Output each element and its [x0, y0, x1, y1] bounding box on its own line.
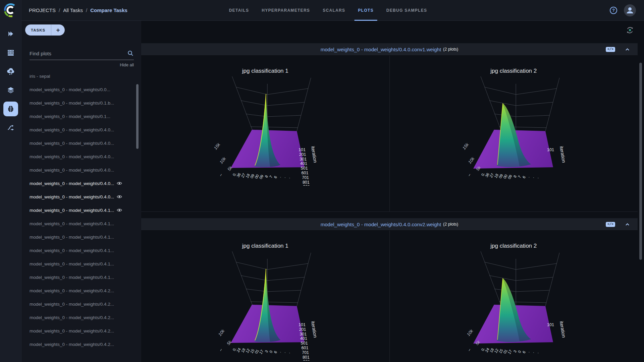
- svg-text:iteration: iteration: [559, 321, 567, 338]
- svg-text:01: 01: [502, 349, 508, 354]
- plot-sections: model_weights_0 - model_weights/0.4.0.co…: [141, 39, 644, 362]
- tab-plots[interactable]: PLOTS: [352, 0, 380, 21]
- plot-list-item-label: model_weights_0 - model_weights/0.4.2...: [30, 328, 114, 334]
- plot-list-item-label: model_weights_0 - model_weights/0.4.0...: [30, 127, 114, 132]
- plot-list-item[interactable]: model_weights_0 - model_weights/0.4.1...: [21, 270, 141, 284]
- experiments-brain-icon[interactable]: [3, 102, 18, 116]
- svg-text:7: 7: [517, 175, 522, 179]
- collapse-section-icon[interactable]: [625, 47, 630, 52]
- plot-list-item[interactable]: iris - sepal: [21, 69, 141, 83]
- svg-text:301: 301: [300, 157, 307, 162]
- tab-scalars[interactable]: SCALARS: [316, 0, 352, 21]
- plot-section: model_weights_0 - model_weights/0.4.0.co…: [141, 218, 638, 362]
- plot-section-header[interactable]: model_weights_0 - model_weights/0.4.0.co…: [141, 218, 638, 231]
- main-scrollbar[interactable]: [639, 63, 642, 260]
- left-panel-scrollbar[interactable]: [136, 84, 139, 149]
- plot-section-title: model_weights_0 - model_weights/0.4.0.co…: [321, 222, 441, 227]
- plot-list-item[interactable]: model_weights_0 - model_weights/0.4.0...: [21, 136, 141, 150]
- 3d-surface-plot[interactable]: 15k10k5k101iteration–0.362718090009876··…: [390, 74, 637, 186]
- plots-toolbar: [141, 21, 644, 39]
- tab-details[interactable]: DETAILS: [223, 0, 256, 21]
- svg-text:·: ·: [536, 351, 540, 355]
- tasks-button[interactable]: TASKS: [25, 24, 51, 36]
- pipelines-icon[interactable]: [3, 120, 18, 135]
- auto-refresh-icon[interactable]: [626, 26, 634, 35]
- plot-list-item[interactable]: model_weights_0 - model_weights/0.4.0...: [21, 190, 141, 203]
- plot-list-item-label: model_weights_0 - model_weights/0.1.b...: [30, 101, 114, 106]
- plot-list-item[interactable]: model_weights_0 - model_weights/0.4.0...: [21, 163, 141, 177]
- plot-list-item[interactable]: model_weights_0 - model_weights/0.4.1...: [21, 244, 141, 257]
- svg-text:401: 401: [300, 336, 307, 341]
- svg-text:·: ·: [527, 351, 531, 354]
- svg-text:09: 09: [250, 173, 255, 179]
- svg-text:601: 601: [302, 346, 309, 350]
- plot-list-item-label: model_weights_0 - model_weights/0.4.0...: [30, 141, 114, 146]
- plot-list-item[interactable]: model_weights_0 - model_weights/0.4.0...: [21, 150, 141, 163]
- add-task-button[interactable]: +: [51, 24, 65, 36]
- plot-list-item[interactable]: model_weights_0 - model_weights/0.4.1...: [21, 230, 141, 244]
- plot-title: jpg classification 1: [141, 68, 389, 74]
- collapse-section-icon[interactable]: [625, 222, 630, 227]
- svg-text:901: 901: [303, 359, 310, 361]
- svg-text:–: –: [467, 173, 472, 177]
- plot-list-item[interactable]: model_weights_0 - model_weights/0.4.0...: [21, 177, 141, 190]
- find-plots-input[interactable]: [30, 51, 134, 56]
- 3d-surface-plot[interactable]: 10k5k1012013014015016017018019011001iter…: [142, 249, 389, 361]
- breadcrumb-projects[interactable]: PROJECTS: [29, 7, 56, 13]
- breadcrumb-compare-tasks: Compare Tasks: [90, 7, 127, 13]
- plot-list-item[interactable]: model_weights_0 - model_weights/0.4.1...: [21, 257, 141, 270]
- plot-list-item[interactable]: model_weights_0 - model_weights/0.1.b...: [21, 96, 141, 110]
- tab-hyperparameters[interactable]: HYPERPARAMETERS: [255, 0, 316, 21]
- svg-text:·: ·: [283, 176, 287, 179]
- plot-list-item[interactable]: model_weights_0 - model_weights/0.4.2...: [21, 284, 141, 297]
- tab-debug-samples[interactable]: DEBUG SAMPLES: [380, 0, 434, 21]
- user-avatar[interactable]: [624, 4, 636, 16]
- cloud-autoscaler-icon[interactable]: [3, 64, 18, 79]
- plot-section-count: (2 plots): [443, 222, 458, 227]
- plot-list-item[interactable]: model_weights_0 - model_weights/0.4.2...: [21, 324, 141, 338]
- search-icon[interactable]: [127, 50, 134, 58]
- find-plots-row: [30, 51, 134, 60]
- plot-list-item-label: model_weights_0 - model_weights/0.4.0...: [30, 194, 114, 199]
- svg-text:–: –: [218, 348, 223, 352]
- 3d-surface-plot[interactable]: 10k5k101iteration–0.241812150117306···: [390, 249, 637, 361]
- plot-section-header[interactable]: model_weights_0 - model_weights/0.4.0.co…: [141, 43, 638, 56]
- svg-text:15k: 15k: [213, 141, 222, 150]
- plot-list-item[interactable]: model_weights_0 - model_weights/0.4.2...: [21, 338, 141, 351]
- workers-queues-icon[interactable]: [3, 45, 18, 60]
- 3d-surface-plot[interactable]: 15k10k5k1012013014015016017018019011001i…: [142, 74, 389, 186]
- plot-panel: jpg classification 110k5k101201301401501…: [141, 231, 389, 362]
- plot-list-item-label: model_weights_0 - model_weights/0.4.2...: [30, 315, 114, 320]
- datasets-icon[interactable]: [3, 83, 18, 98]
- breadcrumb-all-tasks[interactable]: All Tasks: [63, 7, 83, 13]
- eye-icon: [117, 181, 122, 185]
- section-header-actions: </>: [606, 222, 630, 227]
- help-icon[interactable]: ?: [610, 7, 617, 14]
- plot-section: model_weights_0 - model_weights/0.4.0.co…: [141, 43, 638, 212]
- plot-list-item[interactable]: model_weights_0 - model_weights/0.4.1...: [21, 203, 141, 217]
- breadcrumb-separator: /: [86, 7, 87, 13]
- plot-list-item-label: model_weights_0 - model_weights/0.1...: [30, 114, 110, 119]
- svg-text:15: 15: [498, 348, 503, 354]
- plot-list-item[interactable]: model_weights_0 - model_weights/0.1...: [21, 110, 141, 123]
- svg-text:301: 301: [300, 332, 307, 337]
- section-header-actions: </>: [606, 47, 630, 52]
- svg-text:17: 17: [507, 349, 513, 355]
- plot-list-item-label: model_weights_0 - model_weights/0.4.0...: [30, 168, 114, 173]
- clearml-logo[interactable]: [3, 3, 18, 17]
- plot-list-item[interactable]: model_weights_0 - model_weights/0.4.2...: [21, 311, 141, 324]
- plot-list-item[interactable]: model_weights_0 - model_weights/0.0...: [21, 83, 141, 96]
- svg-text:·: ·: [287, 176, 291, 180]
- svg-text:09: 09: [507, 174, 513, 180]
- svg-text:36: 36: [236, 172, 241, 178]
- plot-list-item[interactable]: model_weights_0 - model_weights/0.4.1...: [21, 217, 141, 230]
- hide-all-link[interactable]: Hide all: [30, 63, 134, 67]
- plot-list-item[interactable]: model_weights_0 - model_weights/0.4.0...: [21, 123, 141, 136]
- projects-icon[interactable]: [3, 26, 18, 41]
- plot-list-item[interactable]: model_weights_0 - model_weights/0.4.2...: [21, 297, 141, 311]
- svg-text:18: 18: [245, 173, 251, 179]
- plot-list-item-label: model_weights_0 - model_weights/0.4.1...: [30, 261, 114, 266]
- plot-list-item-label: model_weights_0 - model_weights/0.4.0...: [30, 181, 114, 186]
- embed-code-button[interactable]: </>: [606, 47, 615, 52]
- embed-code-button[interactable]: </>: [606, 222, 615, 227]
